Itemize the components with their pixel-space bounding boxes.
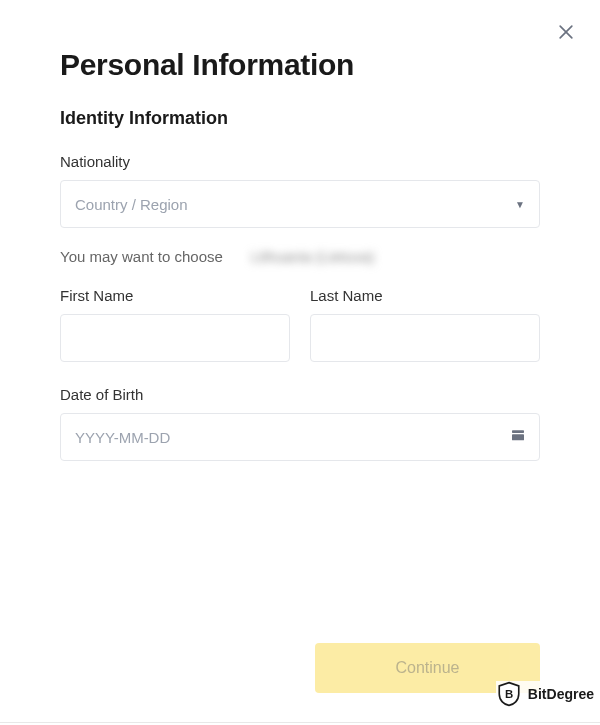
divider: [0, 722, 600, 723]
hint-text: You may want to choose: [60, 248, 223, 265]
nationality-label: Nationality: [60, 153, 540, 170]
last-name-label: Last Name: [310, 287, 540, 304]
form-container: Personal Information Identity Informatio…: [0, 0, 600, 725]
nationality-select[interactable]: Country / Region ▼: [60, 180, 540, 228]
dob-input[interactable]: [60, 413, 540, 461]
svg-text:B: B: [505, 688, 513, 700]
hint-suggestion[interactable]: Lithuania (Lietuva): [251, 248, 374, 265]
shield-icon: B: [496, 681, 522, 707]
watermark-text: BitDegree: [528, 686, 594, 702]
close-icon: [556, 22, 576, 42]
dob-label: Date of Birth: [60, 386, 540, 403]
section-title: Identity Information: [60, 108, 540, 129]
page-title: Personal Information: [60, 48, 540, 82]
chevron-down-icon: ▼: [515, 199, 525, 210]
nationality-placeholder: Country / Region: [75, 196, 188, 213]
first-name-label: First Name: [60, 287, 290, 304]
close-button[interactable]: [556, 22, 576, 42]
first-name-input[interactable]: [60, 314, 290, 362]
nationality-hint: You may want to choose Lithuania (Lietuv…: [60, 248, 540, 265]
last-name-input[interactable]: [310, 314, 540, 362]
watermark: B BitDegree: [496, 681, 594, 707]
